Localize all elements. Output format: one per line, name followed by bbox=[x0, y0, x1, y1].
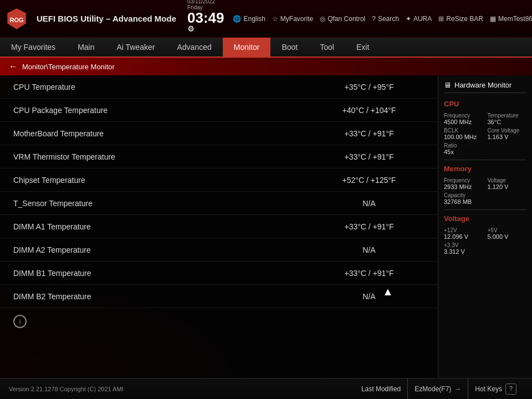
rog-logo-icon: ROG bbox=[6, 8, 28, 30]
header: ROG UEFI BIOS Utility – Advanced Mode 03… bbox=[0, 0, 532, 38]
hw-temp-label: Temperature 36°C bbox=[488, 112, 527, 125]
hw-cpu-section-title: CPU bbox=[444, 100, 526, 108]
sensor-row-dimma1-temp[interactable]: DIMM A1 Temperature +33°C / +91°F bbox=[0, 215, 438, 238]
globe-icon: 🌐 bbox=[233, 15, 241, 23]
nav-boot[interactable]: Boot bbox=[270, 38, 309, 57]
sensor-label-dimma2-temp: DIMM A2 Temperature bbox=[13, 245, 314, 254]
sensor-row-vrm-temp[interactable]: VRM Thermistor Temperature +33°C / +91°F bbox=[0, 145, 438, 168]
last-modified-button[interactable]: Last Modified bbox=[355, 378, 408, 400]
back-button[interactable]: ← bbox=[9, 62, 18, 71]
search-nav-item[interactable]: ? Search bbox=[372, 15, 399, 23]
hw-mem-freq-label: Frequency 2933 MHz bbox=[444, 177, 483, 190]
hw-cpu-freq-temp: Frequency 4500 MHz Temperature 36°C bbox=[444, 112, 526, 125]
hw-monitor-title: 🖥 Hardware Monitor bbox=[444, 81, 526, 93]
sensor-value-dimma1-temp: +33°C / +91°F bbox=[314, 222, 424, 231]
hw-mem-capacity: Capacity 32768 MB bbox=[444, 192, 526, 205]
info-icon[interactable]: i bbox=[13, 315, 27, 328]
last-modified-label: Last Modified bbox=[361, 385, 401, 393]
star-icon: ☆ bbox=[272, 15, 278, 23]
hw-cpu-bclk-corevolt: BCLK 100.00 MHz Core Voltage 1.163 V bbox=[444, 127, 526, 140]
sensor-row-dimmb1-temp[interactable]: DIMM B1 Temperature +33°C / +91°F bbox=[0, 262, 438, 285]
rog-logo-area: ROG bbox=[6, 8, 28, 30]
sensor-value-vrm-temp: +33°C / +91°F bbox=[314, 152, 424, 161]
datetime-area: 03/11/2022 Friday 03:49 ⚙ bbox=[187, 0, 224, 39]
ez-mode-button[interactable]: EzMode(F7) → bbox=[408, 378, 468, 400]
sensor-value-cpu-temp: +35°C / +95°F bbox=[314, 83, 424, 91]
fan-icon: ◎ bbox=[320, 15, 325, 23]
monitor-icon: 🖥 bbox=[444, 81, 451, 89]
content-area: CPU Temperature +35°C / +95°F CPU Packag… bbox=[0, 75, 532, 378]
nav-advanced[interactable]: Advanced bbox=[166, 38, 222, 57]
sensor-value-cpu-pkg-temp: +40°C / +104°F bbox=[314, 106, 424, 115]
sensor-value-dimma2-temp: N/A bbox=[314, 245, 424, 254]
sensor-value-chipset-temp: +52°C / +125°F bbox=[314, 176, 424, 185]
sensor-row-dimmb2-temp[interactable]: DIMM B2 Temperature N/A bbox=[0, 285, 438, 308]
nav-monitor[interactable]: Monitor bbox=[223, 38, 271, 57]
sensor-label-chipset-temp: Chipset Temperature bbox=[13, 176, 314, 185]
hw-bclk-label: BCLK 100.00 MHz bbox=[444, 127, 483, 140]
header-time: 03:49 ⚙ bbox=[187, 11, 224, 39]
hw-corevolt-label: Core Voltage 1.163 V bbox=[488, 127, 527, 140]
app-title: UEFI BIOS Utility – Advanced Mode bbox=[37, 14, 176, 23]
main-panel: CPU Temperature +35°C / +95°F CPU Packag… bbox=[0, 75, 438, 378]
hardware-monitor-panel: 🖥 Hardware Monitor CPU Frequency 4500 MH… bbox=[438, 75, 532, 378]
hw-cpu-ratio: Ratio 45x bbox=[444, 142, 526, 155]
hw-volt-12-5: +12V 12.096 V +5V 5.000 V bbox=[444, 227, 526, 240]
sensor-value-mb-temp: +33°C / +91°F bbox=[314, 129, 424, 138]
sensor-value-dimmb2-temp: N/A bbox=[314, 292, 424, 301]
sensor-row-cpu-pkg-temp[interactable]: CPU Package Temperature +40°C / +104°F bbox=[0, 99, 438, 122]
hw-mem-freq-volt: Frequency 2933 MHz Voltage 1.120 V bbox=[444, 177, 526, 190]
nav-exit[interactable]: Exit bbox=[345, 38, 380, 57]
footer-right: Last Modified EzMode(F7) → Hot Keys ? bbox=[355, 378, 523, 400]
nav-my-favorites[interactable]: My Favorites bbox=[0, 38, 66, 57]
sensor-label-vrm-temp: VRM Thermistor Temperature bbox=[13, 152, 314, 161]
footer: Version 2.21.1278 Copyright (C) 2021 AMI… bbox=[0, 378, 532, 399]
search-icon: ? bbox=[372, 15, 376, 23]
hw-divider-2 bbox=[444, 209, 526, 210]
myfavorite-nav-item[interactable]: ☆ MyFavorite bbox=[272, 15, 313, 23]
hot-keys-box-icon: ? bbox=[505, 383, 516, 395]
hw-v5-area: +5V 5.000 V bbox=[488, 227, 527, 240]
qfan-nav-item[interactable]: ◎ Qfan Control bbox=[320, 15, 365, 23]
sensor-row-dimma2-temp[interactable]: DIMM A2 Temperature N/A bbox=[0, 238, 438, 262]
sensor-row-mb-temp[interactable]: MotherBoard Temperature +33°C / +91°F bbox=[0, 122, 438, 145]
sensor-label-cpu-pkg-temp: CPU Package Temperature bbox=[13, 106, 314, 115]
hot-keys-label: Hot Keys bbox=[475, 385, 502, 393]
settings-gear-icon: ⚙ bbox=[187, 24, 195, 33]
resizebar-nav-item[interactable]: ⊞ ReSize BAR bbox=[438, 15, 483, 23]
resize-icon: ⊞ bbox=[438, 15, 444, 23]
sensor-value-dimmb1-temp: +33°C / +91°F bbox=[314, 269, 424, 278]
footer-version: Version 2.21.1278 Copyright (C) 2021 AMI bbox=[9, 386, 124, 392]
breadcrumb: ← Monitor\Temperature Monitor bbox=[0, 58, 532, 75]
hw-v12-area: +12V 12.096 V bbox=[444, 227, 483, 240]
header-nav-icons: 🌐 English ☆ MyFavorite ◎ Qfan Control ? … bbox=[233, 15, 532, 23]
sensor-label-mb-temp: MotherBoard Temperature bbox=[13, 129, 314, 138]
sensor-row-chipset-temp[interactable]: Chipset Temperature +52°C / +125°F bbox=[0, 168, 438, 192]
hw-divider-1 bbox=[444, 160, 526, 160]
sensor-row-cpu-temp[interactable]: CPU Temperature +35°C / +95°F bbox=[0, 75, 438, 99]
aura-nav-item[interactable]: ✦ AURA bbox=[406, 15, 432, 23]
sensor-label-dimmb1-temp: DIMM B1 Temperature bbox=[13, 269, 314, 278]
sensor-value-tsensor-temp: N/A bbox=[314, 199, 424, 208]
hw-v33-area: +3.3V 3.312 V bbox=[444, 242, 526, 255]
nav-main[interactable]: Main bbox=[66, 38, 105, 57]
info-icon-area: i bbox=[0, 308, 438, 335]
sensor-label-cpu-temp: CPU Temperature bbox=[13, 83, 314, 91]
ez-mode-label: EzMode(F7) bbox=[415, 385, 451, 393]
memtest-nav-item[interactable]: ▦ MemTest86 bbox=[490, 15, 532, 23]
memtest-icon: ▦ bbox=[490, 15, 496, 23]
breadcrumb-path: Monitor\Temperature Monitor bbox=[22, 63, 115, 71]
hw-voltage-section-title: Voltage bbox=[444, 214, 526, 223]
aura-icon: ✦ bbox=[406, 15, 411, 23]
sensor-row-tsensor-temp[interactable]: T_Sensor Temperature N/A bbox=[0, 192, 438, 215]
sensor-label-tsensor-temp: T_Sensor Temperature bbox=[13, 199, 314, 208]
hw-mem-volt-label: Voltage 1.120 V bbox=[488, 177, 527, 190]
sensor-label-dimma1-temp: DIMM A1 Temperature bbox=[13, 222, 314, 231]
nav-ai-tweaker[interactable]: Ai Tweaker bbox=[105, 38, 166, 57]
hot-keys-button[interactable]: Hot Keys ? bbox=[468, 378, 523, 400]
hw-memory-section-title: Memory bbox=[444, 165, 526, 173]
english-nav-item[interactable]: 🌐 English bbox=[233, 15, 265, 23]
nav-tool[interactable]: Tool bbox=[309, 38, 345, 57]
main-navigation: My Favorites Main Ai Tweaker Advanced Mo… bbox=[0, 38, 532, 58]
svg-text:ROG: ROG bbox=[9, 17, 23, 23]
